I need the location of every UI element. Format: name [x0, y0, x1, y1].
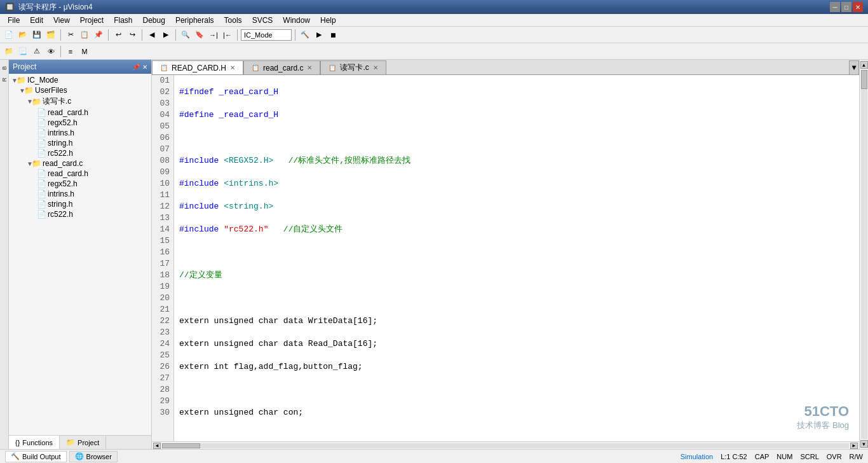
- menu-file[interactable]: File: [3, 15, 25, 26]
- menu-debug[interactable]: Debug: [138, 15, 170, 26]
- menu-help[interactable]: Help: [315, 15, 341, 26]
- find-button[interactable]: 🔍: [179, 29, 192, 41]
- scroll-left-btn[interactable]: ◀: [153, 443, 161, 449]
- file-icon-1: 📄: [37, 108, 46, 117]
- code-editor[interactable]: 01 02 03 04 05 06 07 08 09 10 11 12 13 1…: [152, 75, 859, 441]
- tree-item-userfiles[interactable]: ▼ 📁 UserFiles: [9, 85, 151, 95]
- tree-label-icmode: IC_Mode: [27, 76, 58, 85]
- paste-button[interactable]: 📌: [92, 29, 105, 41]
- tab-close-2[interactable]: ✕: [307, 64, 312, 71]
- watch-button[interactable]: 👁: [44, 45, 57, 58]
- save-button[interactable]: 💾: [31, 29, 43, 41]
- browser-tab[interactable]: 🌐 Browser: [69, 451, 118, 462]
- menu-flash[interactable]: Flash: [109, 15, 137, 26]
- tree-item-icmode[interactable]: ▼ 📁 IC_Mode: [9, 75, 151, 85]
- scroll-thumb[interactable]: [162, 443, 200, 448]
- maximize-button[interactable]: □: [841, 2, 851, 12]
- bookmark-button[interactable]: 🔖: [193, 29, 206, 41]
- save-all-button[interactable]: 🗂️: [44, 29, 57, 41]
- tree-label-duxiecard: 读写卡.c: [43, 96, 71, 107]
- build-output-tab[interactable]: 🔨 Build Output: [5, 451, 67, 462]
- output-button[interactable]: 📃: [17, 45, 29, 58]
- scroll-down-btn[interactable]: ▼: [860, 440, 868, 448]
- folder-open-icon-4: 📁: [32, 159, 41, 168]
- tree-item-regx52h-2[interactable]: 📄 regx52.h: [9, 179, 151, 189]
- close-button[interactable]: ✕: [853, 2, 863, 12]
- menu-project[interactable]: Project: [75, 15, 109, 26]
- tree-item-intrinsh-1[interactable]: 📄 intrins.h: [9, 128, 151, 138]
- menu-window[interactable]: Window: [278, 15, 315, 26]
- scroll-up-btn[interactable]: ▲: [860, 61, 868, 69]
- scroll-vert-thumb[interactable]: [861, 70, 867, 89]
- mem-button[interactable]: M: [78, 45, 91, 58]
- tree-item-readcardh-2[interactable]: 📄 read_card.h: [9, 169, 151, 179]
- tab-read-write-card[interactable]: 📋 读写卡.c ✕: [320, 60, 386, 74]
- sidebar-close-icon[interactable]: ✕: [142, 64, 147, 71]
- debug-button[interactable]: ▶: [313, 29, 325, 41]
- tree-item-readcardh-1[interactable]: 📄 read_card.h: [9, 107, 151, 118]
- stack-button[interactable]: ≡: [64, 45, 77, 58]
- mode-input[interactable]: [241, 29, 292, 41]
- tree-item-rc522h-1[interactable]: 📄 rc522.h: [9, 148, 151, 158]
- tree-item-duxiecard[interactable]: ▼ 📁 读写卡.c: [9, 95, 151, 107]
- tab-close-3[interactable]: ✕: [373, 64, 378, 71]
- menu-peripherals[interactable]: Peripherals: [170, 15, 219, 26]
- code-content[interactable]: #ifndef _read_card_H #define _read_card_…: [174, 75, 859, 441]
- nav-forward-button[interactable]: ▶: [159, 29, 172, 41]
- tab-read-card-h[interactable]: 📋 READ_CARD.H ✕: [152, 60, 243, 74]
- cut-button[interactable]: ✂: [64, 29, 77, 41]
- scroll-right-btn[interactable]: ▶: [850, 443, 858, 449]
- ln-08: 08: [156, 155, 170, 167]
- simulation-status: Simulation: [681, 453, 713, 460]
- menubar: File Edit View Project Flash Debug Perip…: [0, 14, 868, 27]
- menu-svcs[interactable]: SVCS: [247, 15, 278, 26]
- functions-tab[interactable]: {} Functions: [9, 436, 60, 449]
- functions-label: Functions: [22, 439, 53, 446]
- menu-tools[interactable]: Tools: [219, 15, 247, 26]
- undo-button[interactable]: ↩: [112, 29, 125, 41]
- tree-item-stringh-1[interactable]: 📄 string.h: [9, 138, 151, 148]
- minimize-button[interactable]: ─: [830, 2, 840, 12]
- scroll-vert-track[interactable]: [861, 70, 867, 439]
- tree-item-intrinsh-2[interactable]: 📄 intrins.h: [9, 189, 151, 199]
- tab-read-card-c[interactable]: 📋 read_card.c ✕: [243, 60, 320, 74]
- nav-back-button[interactable]: ◀: [146, 29, 158, 41]
- tab-close-1[interactable]: ✕: [230, 64, 235, 71]
- sidebar-pin-icon[interactable]: 📌: [132, 64, 140, 71]
- scrl-indicator: SCRL: [800, 453, 818, 460]
- new-file-button[interactable]: 📄: [3, 29, 15, 41]
- preprocessor-02: #define: [179, 110, 219, 120]
- vert-tab-regs[interactable]: R: [0, 74, 8, 86]
- title-text: 读写卡程序 - μVision4: [18, 2, 93, 13]
- open-file-button[interactable]: 📂: [17, 29, 29, 41]
- scroll-track[interactable]: [162, 443, 849, 448]
- copy-button[interactable]: 📋: [78, 29, 91, 41]
- ln-02: 02: [156, 86, 170, 98]
- sidebar-controls: 📌 ✕: [132, 64, 147, 71]
- indent-button[interactable]: →|: [207, 29, 220, 41]
- menu-edit[interactable]: Edit: [25, 15, 48, 26]
- error-list-button[interactable]: ⚠: [31, 45, 43, 58]
- tab-label-1: READ_CARD.H: [172, 64, 226, 73]
- project-tab-bottom[interactable]: 📁 Project: [60, 436, 106, 449]
- menu-view[interactable]: View: [48, 15, 75, 26]
- vert-tab-books[interactable]: B: [0, 62, 8, 74]
- tree-item-stringh-2[interactable]: 📄 string.h: [9, 199, 151, 209]
- code-13: extern int flag,add_flag,button_flag;: [179, 362, 363, 371]
- horizontal-scrollbar[interactable]: ◀ ▶: [152, 441, 859, 449]
- tab-dropdown-arrow[interactable]: ▼: [849, 60, 859, 74]
- titlebar: 🔲 读写卡程序 - μVision4 ─ □ ✕: [0, 0, 868, 14]
- tab-icon-1: 📋: [160, 64, 168, 71]
- redo-button[interactable]: ↪: [126, 29, 139, 41]
- tree-item-regx52h-1[interactable]: 📄 regx52.h: [9, 118, 151, 128]
- tree-item-readcardc[interactable]: ▼ 📁 read_card.c: [9, 158, 151, 169]
- outdent-button[interactable]: |←: [221, 29, 234, 41]
- tree-item-rc522h-2[interactable]: 📄 rc522.h: [9, 209, 151, 219]
- project-window-button[interactable]: 📁: [3, 45, 15, 58]
- code-line-03: [179, 132, 854, 144]
- file-icon-9: 📄: [37, 200, 46, 209]
- stop-button[interactable]: ⏹: [327, 29, 339, 41]
- build-button[interactable]: 🔨: [299, 29, 311, 41]
- right-scrollbar[interactable]: ▲ ▼: [859, 60, 868, 449]
- toolbar-secondary: 📁 📃 ⚠ 👁 ≡ M: [0, 43, 868, 60]
